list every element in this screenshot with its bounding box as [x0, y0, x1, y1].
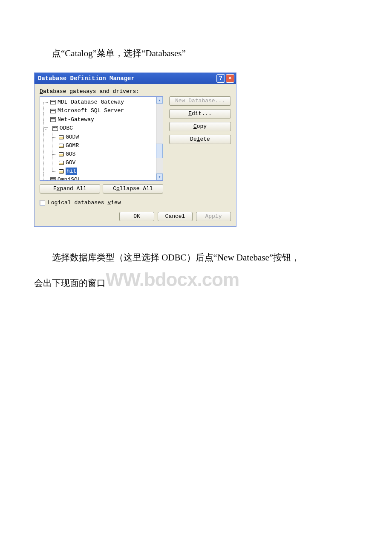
gateway-icon: [50, 100, 56, 104]
intro-text: 点“Catalog”菜单，选择“Databases”: [34, 47, 358, 61]
database-icon: [59, 161, 64, 165]
gateway-icon: [50, 109, 56, 113]
database-icon: [59, 169, 64, 173]
delete-button[interactable]: Delete: [169, 135, 231, 144]
ok-button[interactable]: OK: [119, 212, 154, 221]
tree-scrollbar[interactable]: ▴ ▾: [156, 97, 163, 180]
tree-item-gov[interactable]: GOV: [59, 159, 75, 167]
cancel-button[interactable]: Cancel: [158, 212, 193, 221]
close-button[interactable]: ×: [226, 74, 234, 83]
gateways-label: Database gateways and drivers:: [40, 88, 231, 95]
db-definition-dialog: Database Definition Manager ? × Database…: [34, 72, 236, 227]
tree-item-hit[interactable]: hit: [59, 168, 77, 175]
expand-all-button[interactable]: Expand All: [40, 184, 100, 194]
database-icon: [59, 135, 64, 139]
dialog-title: Database Definition Manager: [38, 75, 135, 82]
titlebar[interactable]: Database Definition Manager ? ×: [35, 73, 236, 84]
help-button[interactable]: ?: [216, 74, 225, 83]
collapse-all-button[interactable]: Collapse All: [103, 184, 163, 194]
logical-view-label: Logical databases view: [48, 199, 121, 206]
database-icon: [59, 144, 64, 148]
tree-item-odbc[interactable]: ODBC: [52, 124, 73, 132]
gateway-tree[interactable]: MDI Database Gateway Microsoft SQL Serve…: [40, 96, 163, 181]
tree-item-omnisql[interactable]: OmniSQL: [50, 176, 81, 181]
tree-item-netgateway[interactable]: Net-Gateway: [50, 116, 94, 124]
scroll-thumb[interactable]: [156, 144, 163, 158]
apply-button[interactable]: Apply: [196, 212, 231, 221]
copy-button[interactable]: Copy: [169, 122, 231, 131]
tree-item-mdi[interactable]: MDI Database Gateway: [50, 98, 124, 106]
gateway-icon: [50, 177, 56, 181]
gateway-icon: [50, 117, 56, 122]
collapse-toggle[interactable]: -: [43, 127, 48, 132]
scroll-up-button[interactable]: ▴: [156, 97, 163, 104]
edit-button[interactable]: Edit...: [169, 109, 231, 119]
new-database-button[interactable]: New Database...: [169, 96, 231, 106]
tree-item-mssql[interactable]: Microsoft SQL Server: [50, 107, 124, 115]
gateway-icon: [52, 126, 58, 131]
logical-view-checkbox[interactable]: [40, 200, 45, 205]
tree-item-gomr[interactable]: GOMR: [59, 142, 79, 150]
tree-item-gos[interactable]: GOS: [59, 150, 75, 158]
scroll-down-button[interactable]: ▾: [156, 173, 163, 180]
instruction-paragraph-2: 选择数据库类型（这里选择 ODBC）后点“New Datebase”按钮， 会出…: [34, 251, 358, 295]
tree-item-godw[interactable]: GODW: [59, 133, 79, 141]
database-icon: [59, 152, 64, 156]
watermark-text: WW.bdocx.com: [106, 269, 239, 290]
